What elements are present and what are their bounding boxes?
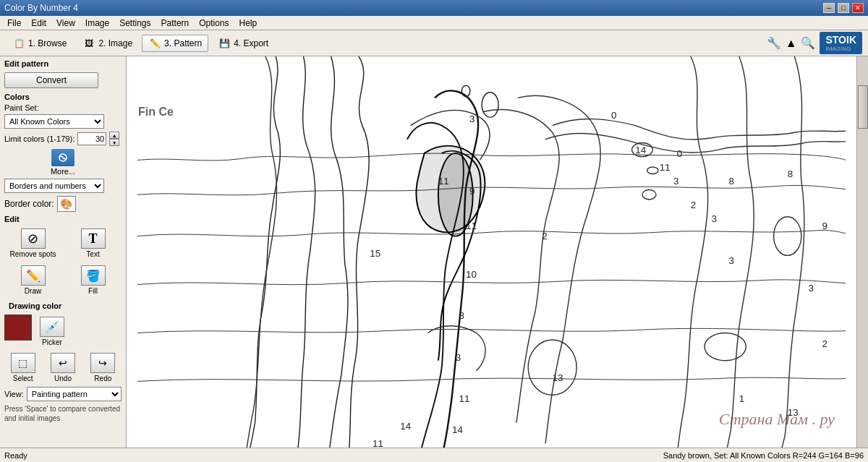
svg-text:3: 3 [728,255,733,266]
remove-spots-label: Remove spots [10,250,56,258]
edit-label: Edit [0,213,126,225]
border-color-label: Border color: [4,199,54,209]
vertical-scrollbar[interactable] [856,56,868,450]
svg-text:2: 2 [822,338,827,349]
svg-text:9: 9 [822,221,827,231]
main-area: Edit pattern Convert Colors Paint Set: A… [0,56,868,462]
draw-tool[interactable]: ✏️ Draw [4,263,61,297]
convert-button[interactable]: Convert [4,72,98,88]
svg-text:3: 3 [456,352,461,363]
svg-text:15: 15 [370,248,380,259]
menu-view[interactable]: View [52,17,80,30]
svg-text:1: 1 [739,393,744,404]
svg-text:0: 0 [611,110,616,121]
menu-settings[interactable]: Settings [115,17,155,30]
svg-text:2: 2 [691,200,696,210]
spin-down[interactable]: ▼ [109,139,119,146]
svg-text:3: 3 [673,176,678,187]
menu-edit[interactable]: Edit [27,17,51,30]
step-browse[interactable]: 📋 1. Browse [6,35,73,52]
redo-icon: ↪ [90,353,115,373]
toolbar-right: 🔧 ▲ 🔍 STOIK IMAGING [767,32,862,54]
limit-colors-input[interactable] [77,132,106,145]
menu-options[interactable]: Options [195,17,233,30]
edit-tools: ⊘ Remove spots T Text ✏️ Draw 🪣 Fill [0,225,126,299]
select-tool[interactable]: ⬚ Select [4,353,41,382]
limit-colors-spin: ▲ ▼ [109,132,119,146]
draw-label: Draw [25,287,41,295]
step-image[interactable]: 🖼 2. Image [76,35,139,52]
browse-icon: 📋 [12,37,25,50]
vertical-scroll-thumb[interactable] [858,85,868,129]
tool-icon-1[interactable]: 🔧 [767,36,781,50]
svg-text:13: 13 [553,372,563,383]
tool-icon-3[interactable]: 🔍 [801,36,815,50]
step-export[interactable]: 💾 4. Export [211,35,275,52]
fill-label: Fill [88,287,98,295]
canvas-area[interactable]: 3 0 11 9 11 10 8 3 11 14 15 2 14 11 3 0 … [127,56,868,462]
drawing-color-section: Drawing color 💉 Picker [0,299,126,350]
svg-text:14: 14 [452,424,463,435]
picker-tool[interactable]: 💉 Picker [38,315,67,348]
svg-text:14: 14 [635,145,646,155]
spin-up[interactable]: ▲ [109,132,119,139]
drawing-color-label: Drawing color [4,300,122,312]
picker-label: Picker [42,338,62,346]
picker-icon: 💉 [40,317,64,337]
border-color-row: Border color: 🎨 [0,194,126,213]
limit-colors-row: Limit colors (1-179): ▲ ▼ [0,130,126,147]
display-select[interactable]: Borders and numbers Borders only Numbers… [4,179,104,193]
pattern-icon: ✏️ [148,37,161,50]
view-select[interactable]: Painting pattern Original image Converte… [27,387,122,401]
svg-text:8: 8 [459,310,464,321]
fin-ce-text: Fin Ce [138,106,174,119]
stoik-brand: STOIK [825,34,856,46]
draw-icon: ✏️ [21,265,46,286]
watermark: Страна Мам . ру [719,410,835,429]
colors-label: Colors [0,91,126,103]
svg-rect-1 [137,56,846,450]
image-icon: 🖼 [82,37,95,50]
remove-spots-icon: ⊘ [21,228,46,249]
minimize-button[interactable]: ─ [823,3,835,13]
svg-text:3: 3 [808,283,813,294]
title-bar-controls: ─ □ ✕ [823,3,864,13]
text-tool[interactable]: T Text [64,226,122,260]
close-button[interactable]: ✕ [852,3,864,13]
limit-colors-label: Limit colors (1-179): [4,134,75,143]
status-bar: Ready Sandy brown, Set: All Known Colors… [0,448,868,462]
export-icon: 💾 [218,37,231,50]
text-icon: T [81,228,106,249]
menu-help[interactable]: Help [235,17,262,30]
remove-spots-tool[interactable]: ⊘ Remove spots [4,226,61,260]
select-icon: ⬚ [11,353,35,373]
drawing-color-swatch[interactable] [4,315,32,341]
redo-tool[interactable]: ↪ Redo [85,353,122,382]
paint-set-select[interactable]: All Known Colors [4,114,104,129]
step-pattern[interactable]: ✏️ 3. Pattern [142,35,208,52]
fill-tool[interactable]: 🪣 Fill [64,263,122,297]
title-bar-text: Color By Number 4 [4,3,78,13]
left-panel: Edit pattern Convert Colors Paint Set: A… [0,56,127,462]
color-info: Sandy brown, Set: All Known Colors R=244… [663,451,864,460]
view-row: View: Painting pattern Original image Co… [0,385,126,403]
toolbar: 📋 1. Browse 🖼 2. Image ✏️ 3. Pattern 💾 4… [0,30,868,56]
select-label: Select [13,375,33,382]
menu-bar: File Edit View Image Settings Pattern Op… [0,16,868,30]
maximize-button[interactable]: □ [838,3,849,13]
menu-pattern[interactable]: Pattern [157,17,194,30]
svg-text:11: 11 [660,162,671,173]
border-color-picker[interactable]: 🎨 [57,196,76,212]
pattern-svg: 3 0 11 9 11 10 8 3 11 14 15 2 14 11 3 0 … [127,56,856,450]
fill-icon: 🪣 [81,265,106,286]
more-icon[interactable] [51,149,75,166]
svg-text:3: 3 [469,114,475,124]
title-bar: Color By Number 4 ─ □ ✕ [0,0,868,16]
undo-tool[interactable]: ↩ Undo [44,353,81,382]
menu-file[interactable]: File [3,17,25,30]
svg-text:10: 10 [466,269,477,280]
step-export-label: 4. Export [234,38,268,48]
tool-icon-2[interactable]: ▲ [786,37,797,50]
menu-image[interactable]: Image [81,17,114,30]
more-button-label[interactable]: More... [51,167,75,176]
